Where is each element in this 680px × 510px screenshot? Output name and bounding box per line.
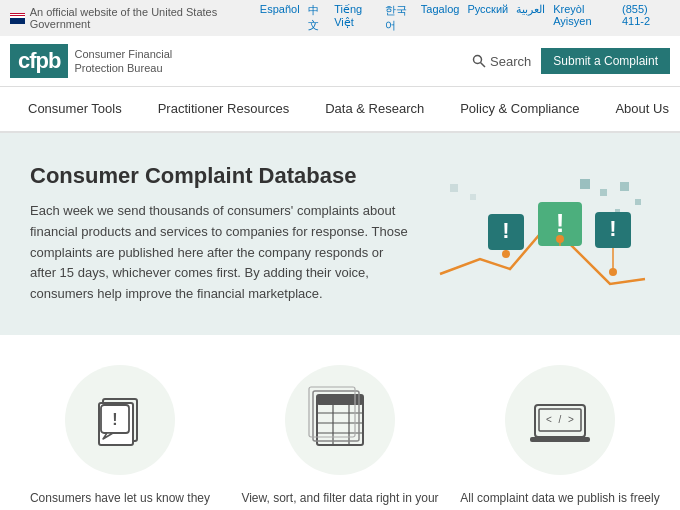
search-button[interactable]: Search — [472, 54, 531, 69]
nav-item-policy-compliance[interactable]: Policy & Compliance — [442, 87, 597, 133]
svg-rect-40 — [530, 437, 590, 442]
logo-agency-name: Consumer Financial Protection Bureau — [74, 47, 172, 76]
gov-bar-right: Español 中文 Tiếng Việt 한국어 Tagalog Русски… — [260, 3, 670, 33]
lang-zh[interactable]: 中文 — [308, 3, 327, 33]
features-section: ! Consumers have let us know they want t… — [0, 335, 680, 510]
nav-item-about[interactable]: About Us — [597, 87, 680, 133]
logo-cfpb-text: cfpb — [10, 44, 68, 78]
lang-vi[interactable]: Tiếng Việt — [334, 3, 377, 33]
search-icon — [472, 54, 486, 68]
gov-bar: An official website of the United States… — [0, 0, 680, 36]
lang-ar[interactable]: العربية — [516, 3, 545, 33]
feature-download-desc: All complaint data we publish is freely … — [460, 489, 660, 510]
gov-bar-label: An official website of the United States… — [30, 6, 260, 30]
lang-tl[interactable]: Tagalog — [421, 3, 460, 33]
feature-view-data-icon-wrap — [285, 365, 395, 475]
nav-item-consumer-tools[interactable]: Consumer Tools — [10, 87, 140, 133]
svg-line-1 — [481, 63, 486, 68]
view-data-icon — [305, 385, 375, 455]
feature-download-icon-wrap: < / > — [505, 365, 615, 475]
submit-complaint-button[interactable]: Submit a Complaint — [541, 48, 670, 74]
gov-bar-left: An official website of the United States… — [10, 6, 260, 30]
feature-narratives: ! Consumers have let us know they want t… — [20, 365, 220, 510]
feature-view-data: View, sort, and filter data right in you… — [240, 365, 440, 510]
hero-description: Each week we send thousands of consumers… — [30, 201, 410, 305]
feature-narratives-icon-wrap: ! — [65, 365, 175, 475]
phone-number[interactable]: (855) 411-2 — [622, 3, 670, 33]
svg-text:!: ! — [112, 411, 117, 428]
svg-text:<: < — [546, 414, 552, 425]
nav-item-data-research[interactable]: Data & Research — [307, 87, 442, 133]
logo[interactable]: cfpb Consumer Financial Protection Burea… — [10, 44, 172, 78]
svg-text:!: ! — [502, 218, 509, 243]
svg-rect-5 — [600, 189, 607, 196]
lang-ht[interactable]: Kreyòl Ayisyen — [553, 3, 614, 33]
main-nav: Consumer Tools Practitioner Resources Da… — [0, 87, 680, 133]
svg-rect-2 — [450, 184, 458, 192]
svg-text:/: / — [559, 414, 562, 425]
svg-rect-4 — [580, 179, 590, 189]
svg-text:!: ! — [556, 208, 565, 238]
nav-item-practitioner-resources[interactable]: Practitioner Resources — [140, 87, 308, 133]
svg-rect-27 — [317, 395, 363, 405]
svg-text:>: > — [568, 414, 574, 425]
flag-icon — [10, 13, 25, 24]
hero-title: Consumer Complaint Database — [30, 163, 410, 189]
hero-section: Consumer Complaint Database Each week we… — [0, 133, 680, 335]
feature-view-data-desc: View, sort, and filter data right in you… — [240, 489, 440, 510]
lang-es[interactable]: Español — [260, 3, 300, 33]
narratives-icon: ! — [85, 385, 155, 455]
svg-text:!: ! — [609, 216, 616, 241]
hero-text: Consumer Complaint Database Each week we… — [30, 163, 410, 305]
lang-ru[interactable]: Русский — [467, 3, 508, 33]
download-icon: < / > — [525, 385, 595, 455]
feature-download: < / > All complaint data we publish is f… — [460, 365, 660, 510]
lang-ko[interactable]: 한국어 — [385, 3, 413, 33]
feature-narratives-desc: Consumers have let us know they want to … — [20, 489, 220, 510]
svg-rect-6 — [620, 182, 629, 191]
header: cfpb Consumer Financial Protection Burea… — [0, 36, 680, 87]
svg-rect-7 — [635, 199, 641, 205]
hero-chart: ! ! ! — [420, 174, 650, 304]
hero-illustration: ! ! ! — [420, 174, 650, 294]
svg-point-0 — [474, 56, 482, 64]
header-actions: Search Submit a Complaint — [472, 48, 670, 74]
svg-rect-3 — [470, 194, 476, 200]
